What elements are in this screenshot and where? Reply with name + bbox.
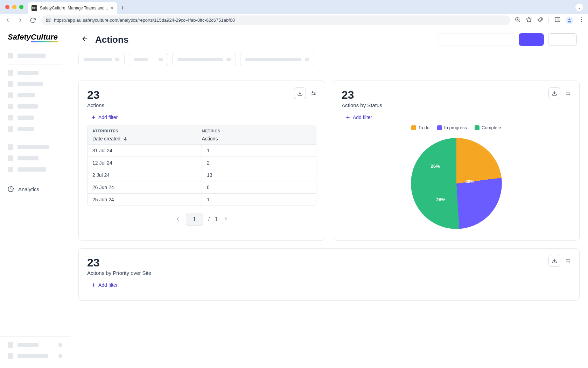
download-button[interactable] bbox=[294, 87, 306, 99]
bookmark-star-icon[interactable] bbox=[526, 16, 532, 24]
filter-chip[interactable] bbox=[240, 53, 314, 66]
col-header-date[interactable]: Date created bbox=[92, 136, 202, 141]
sidebar-item-analytics[interactable]: Analytics bbox=[0, 181, 70, 197]
tab-favicon-icon: SC bbox=[31, 5, 37, 11]
pie-label-todo: 48% bbox=[465, 179, 475, 184]
sidebar-item[interactable] bbox=[0, 101, 70, 112]
maximize-window-icon[interactable] bbox=[19, 5, 23, 9]
cell-date: 26 Jun 24 bbox=[88, 181, 202, 193]
plus-icon bbox=[345, 114, 351, 120]
chrome-chevron-icon[interactable]: ⌄ bbox=[575, 4, 583, 11]
sidebar-item[interactable] bbox=[0, 78, 70, 90]
minimize-window-icon[interactable] bbox=[12, 5, 16, 9]
header-skeleton bbox=[438, 33, 514, 46]
cell-value: 13 bbox=[202, 169, 316, 181]
sidebar-item[interactable] bbox=[0, 153, 70, 164]
filter-chip[interactable] bbox=[129, 53, 168, 66]
tab-title: SafetyCulture: Manage Teams and... bbox=[40, 6, 108, 11]
svg-rect-0 bbox=[47, 19, 48, 20]
page-header: Actions bbox=[70, 26, 588, 53]
col-header-actions[interactable]: Actions bbox=[202, 136, 312, 141]
browser-tab[interactable]: SC SafetyCulture: Manage Teams and... × bbox=[28, 2, 117, 14]
browser-menu-icon[interactable] bbox=[578, 16, 584, 24]
metric-count: 23 bbox=[87, 89, 316, 102]
sidebar-item[interactable] bbox=[0, 123, 70, 134]
table-row[interactable]: 31 Jul 241 bbox=[88, 144, 316, 157]
cell-date: 2 Jul 24 bbox=[88, 169, 202, 181]
table-row[interactable]: 12 Jul 242 bbox=[88, 157, 316, 169]
cell-value: 6 bbox=[202, 181, 316, 193]
browser-forward-button[interactable] bbox=[16, 16, 24, 25]
sort-desc-icon bbox=[122, 136, 128, 141]
sidebar-item[interactable] bbox=[0, 164, 70, 175]
metric-subtitle: Actions by Priority over Site bbox=[87, 270, 571, 276]
page-total: 1 bbox=[215, 216, 218, 223]
page-current[interactable]: 1 bbox=[186, 214, 203, 225]
url-bar[interactable]: https://app.au.safetyculture.com/analyti… bbox=[41, 15, 510, 25]
cell-value: 1 bbox=[202, 145, 316, 157]
browser-reload-button[interactable] bbox=[29, 16, 37, 25]
table-row[interactable]: 2 Jul 2413 bbox=[88, 169, 316, 181]
filter-chip[interactable] bbox=[78, 53, 125, 66]
col-group-metrics: METRICS bbox=[202, 129, 312, 133]
logo-text-2: Culture bbox=[31, 33, 58, 42]
download-button[interactable] bbox=[548, 255, 560, 267]
pie-chart: 48% 26% 26% bbox=[411, 138, 502, 229]
filter-settings-icon[interactable] bbox=[564, 258, 572, 264]
add-filter-button[interactable]: Add filter bbox=[91, 114, 316, 120]
browser-chrome: SC SafetyCulture: Manage Teams and... × … bbox=[0, 0, 588, 26]
svg-rect-6 bbox=[555, 18, 560, 22]
sidebar-item-label: Analytics bbox=[18, 186, 39, 192]
cell-value: 2 bbox=[202, 157, 316, 169]
profile-avatar-icon[interactable] bbox=[566, 16, 573, 24]
page-prev-button[interactable] bbox=[175, 216, 181, 223]
sidebar-item[interactable] bbox=[0, 67, 70, 78]
extensions-icon[interactable] bbox=[537, 16, 543, 24]
sidebar-item[interactable] bbox=[0, 90, 70, 101]
chart-legend: To do In progress Complete bbox=[342, 125, 571, 130]
svg-point-8 bbox=[568, 18, 570, 20]
page-next-button[interactable] bbox=[223, 216, 229, 223]
filter-settings-icon[interactable] bbox=[564, 90, 572, 96]
svg-point-10 bbox=[581, 19, 582, 20]
sidebar: SafetyCulture Analytics bbox=[0, 26, 70, 368]
primary-action-button[interactable] bbox=[519, 33, 544, 46]
data-table: ATTRIBUTES METRICS Date created Actions … bbox=[87, 125, 316, 206]
sidebar-item[interactable] bbox=[0, 141, 70, 153]
panel-icon[interactable] bbox=[554, 16, 561, 24]
main-content: Actions bbox=[70, 26, 588, 368]
add-filter-label: Add filter bbox=[98, 282, 118, 288]
cell-date: 25 Jun 24 bbox=[88, 194, 202, 206]
card-actions-table: 23 Actions Add filter ATTRIBUTES METRICS bbox=[78, 81, 325, 241]
svg-rect-2 bbox=[49, 19, 50, 20]
svg-point-9 bbox=[581, 17, 582, 18]
svg-rect-3 bbox=[49, 21, 50, 22]
table-row[interactable]: 25 Jun 241 bbox=[88, 193, 316, 206]
sidebar-item[interactable] bbox=[0, 339, 70, 350]
browser-back-button[interactable] bbox=[4, 16, 12, 25]
url-text: https://app.au.safetyculture.com/analyti… bbox=[54, 18, 235, 23]
secondary-action-button[interactable] bbox=[548, 33, 577, 46]
logo: SafetyCulture bbox=[0, 33, 70, 50]
sidebar-item[interactable] bbox=[0, 350, 70, 362]
filter-chip[interactable] bbox=[172, 53, 236, 66]
add-filter-label: Add filter bbox=[98, 114, 118, 120]
back-button[interactable] bbox=[81, 35, 89, 44]
download-button[interactable] bbox=[548, 87, 560, 99]
legend-item-todo: To do bbox=[411, 125, 429, 130]
close-window-icon[interactable] bbox=[5, 5, 9, 9]
metric-count: 23 bbox=[342, 89, 571, 102]
zoom-icon[interactable] bbox=[514, 16, 521, 24]
plus-icon bbox=[91, 282, 96, 288]
close-tab-icon[interactable]: × bbox=[111, 5, 114, 11]
pie-label-inprogress: 26% bbox=[436, 197, 445, 202]
sidebar-item[interactable] bbox=[0, 112, 70, 123]
add-filter-button[interactable]: Add filter bbox=[91, 282, 571, 288]
filter-settings-icon[interactable] bbox=[309, 90, 318, 96]
table-row[interactable]: 26 Jun 246 bbox=[88, 181, 316, 193]
new-tab-button[interactable]: + bbox=[121, 5, 125, 14]
add-filter-button[interactable]: Add filter bbox=[345, 114, 571, 120]
site-settings-icon[interactable] bbox=[46, 18, 51, 23]
sidebar-item[interactable] bbox=[0, 50, 70, 61]
window-controls[interactable] bbox=[5, 5, 23, 9]
